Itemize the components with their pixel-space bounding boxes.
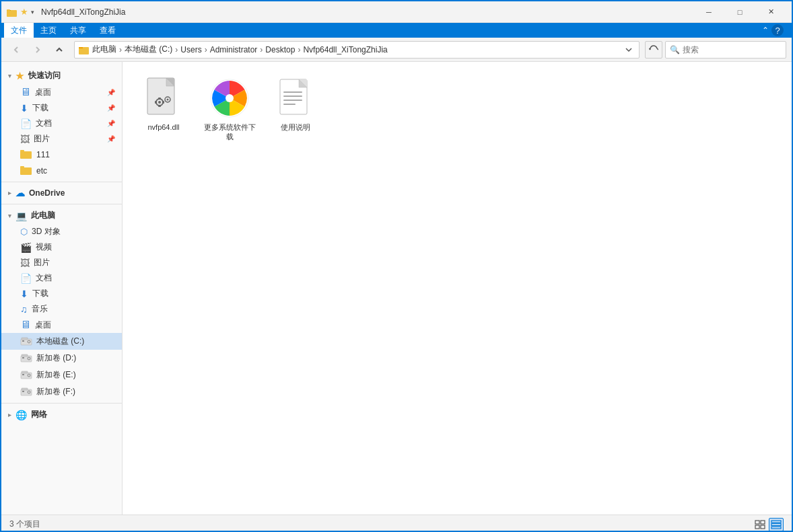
sidebar-item-111[interactable]: 111 [1, 147, 122, 163]
path-part-3[interactable]: Users [180, 45, 201, 54]
file-item-txt[interactable]: 使用说明 [265, 73, 326, 146]
sidebar-item-video[interactable]: 🎬 视频 [1, 239, 122, 255]
docs-icon: 📄 [20, 118, 32, 129]
sidebar-item-music[interactable]: ♫ 音乐 [1, 301, 122, 317]
sidebar-item-downloads-quick[interactable]: ⬇ 下载 📌 [1, 100, 122, 116]
menu-share[interactable]: 共享 [63, 23, 93, 38]
chevron-up-icon[interactable]: ⌃ [762, 26, 769, 35]
svg-rect-49 [761, 525, 765, 529]
address-bar[interactable]: 此电脑 › 本地磁盘 (C:) › Users › Administrator … [74, 41, 640, 59]
svg-rect-11 [22, 338, 28, 340]
svg-rect-31 [158, 98, 161, 100]
sidebar-item-etc[interactable]: etc [1, 163, 122, 179]
sidebar-divider-1 [1, 182, 122, 182]
svg-rect-46 [755, 521, 759, 524]
pin-icon-desktop: 📌 [107, 89, 115, 96]
status-bar: 3 个项目 [1, 515, 792, 532]
svg-rect-20 [22, 374, 24, 375]
sidebar-item-downloads[interactable]: ⬇ 下载 [1, 286, 122, 301]
sidebar-item-docs-quick[interactable]: 📄 文档 📌 [1, 116, 122, 131]
file-area: nvfp64.dll [123, 62, 792, 515]
up-button[interactable] [50, 41, 69, 59]
title-bar-icons: ★ ▾ [7, 7, 34, 17]
svg-rect-8 [20, 167, 32, 175]
pin-icon-download: 📌 [107, 104, 115, 112]
title-bar: ★ ▾ Nvfp64dll_XiTongZhiJia ─ □ ✕ [1, 1, 792, 23]
sidebar-thispc-title[interactable]: ▾ 💻 此电脑 [1, 207, 122, 224]
svg-rect-23 [22, 388, 28, 390]
dll-file-icon [142, 77, 185, 120]
menu-bar: 文件 主页 共享 查看 ⌃ ? [1, 23, 792, 38]
svg-rect-19 [22, 371, 28, 373]
help-icon[interactable]: ? [771, 24, 784, 36]
path-part-5[interactable]: Desktop [265, 45, 295, 54]
refresh-button[interactable] [645, 41, 662, 59]
path-sep-3: › [205, 45, 207, 54]
search-input[interactable] [683, 45, 784, 54]
wheel-file-icon [208, 77, 251, 120]
svg-rect-52 [771, 527, 781, 529]
address-dropdown-button[interactable] [623, 47, 635, 52]
pics2-icon: 🖼 [20, 258, 30, 268]
downloads2-icon: ⬇ [20, 289, 28, 299]
sidebar-item-pics[interactable]: 🖼 图片 [1, 255, 122, 270]
minimize-button[interactable]: ─ [693, 1, 724, 23]
path-part-6[interactable]: Nvfp64dll_XiTongZhiJia [303, 45, 387, 54]
list-view-button[interactable] [769, 518, 784, 531]
sidebar-item-c-drive[interactable]: 本地磁盘 (C:) [1, 333, 122, 350]
maximize-button[interactable]: □ [724, 1, 755, 23]
sidebar-item-desktop-quick[interactable]: 🖥 桌面 📌 [1, 84, 122, 100]
path-part-2[interactable]: 本地磁盘 (C:) [125, 44, 172, 55]
svg-rect-9 [20, 166, 24, 168]
svg-point-36 [167, 99, 169, 101]
main-content: ▾ ★ 快速访问 🖥 桌面 📌 ⬇ 下载 📌 📄 文档 📌 🖼 图片 📌 [1, 62, 792, 515]
svg-point-30 [158, 101, 161, 104]
grid-view-button[interactable] [753, 518, 767, 531]
path-part-4[interactable]: Administrator [210, 45, 258, 54]
menu-file[interactable]: 文件 [4, 23, 34, 38]
svg-rect-43 [283, 96, 302, 97]
sidebar-item-d-drive[interactable]: 新加卷 (D:) [1, 350, 122, 367]
3d-icon: ⬡ [20, 227, 28, 237]
back-button[interactable] [7, 41, 26, 59]
address-folder-icon [79, 44, 90, 55]
path-sep-4: › [260, 45, 263, 54]
path-part-1[interactable]: 此电脑 [92, 44, 116, 55]
desktop-folder-icon: 🖥 [20, 86, 31, 98]
search-box[interactable]: 🔍 [665, 41, 786, 59]
file-item-dll[interactable]: nvfp64.dll [133, 73, 194, 146]
down-arrow-icon: ▾ [31, 9, 34, 15]
downloads-icon: ⬇ [20, 103, 28, 114]
title-bar-controls: ─ □ ✕ [693, 1, 786, 23]
close-button[interactable]: ✕ [755, 1, 786, 23]
svg-rect-50 [771, 521, 781, 523]
sidebar-network-title[interactable]: ▸ 🌐 网络 [1, 406, 122, 423]
file-item-wheel[interactable]: 更多系统软件下载 [199, 73, 260, 146]
title-bar-left: ★ ▾ Nvfp64dll_XiTongZhiJia [7, 7, 125, 17]
network-icon: 🌐 [15, 410, 27, 420]
svg-rect-5 [79, 47, 83, 48]
pin-icon-docs: 📌 [107, 120, 115, 127]
menu-view[interactable]: 查看 [93, 23, 123, 38]
sidebar-item-f-drive[interactable]: 新加卷 (F:) [1, 383, 122, 400]
svg-rect-24 [22, 391, 24, 392]
menu-home[interactable]: 主页 [34, 23, 63, 38]
txt-file-name: 使用说明 [281, 122, 310, 132]
sidebar-item-3d[interactable]: ⬡ 3D 对象 [1, 224, 122, 239]
e-drive-icon [20, 369, 32, 381]
sidebar-item-docs[interactable]: 📄 文档 [1, 270, 122, 286]
sidebar-item-pics-quick[interactable]: 🖼 图片 📌 [1, 131, 122, 147]
svg-rect-33 [155, 101, 157, 104]
address-path: 此电脑 › 本地磁盘 (C:) › Users › Administrator … [92, 44, 388, 55]
svg-rect-48 [755, 525, 759, 529]
wheel-file-name: 更多系统软件下载 [203, 122, 256, 142]
folder-111-icon [20, 149, 32, 161]
sidebar-onedrive-title[interactable]: ▸ ☁ OneDrive [1, 185, 122, 201]
forward-button[interactable] [28, 41, 47, 59]
sidebar-item-e-drive[interactable]: 新加卷 (E:) [1, 367, 122, 383]
c-drive-icon [20, 335, 32, 348]
sidebar-item-desktop[interactable]: 🖥 桌面 [1, 317, 122, 333]
f-drive-icon [20, 385, 32, 398]
path-sep-2: › [175, 45, 178, 54]
sidebar-quick-access-title[interactable]: ▾ ★ 快速访问 [1, 67, 122, 84]
